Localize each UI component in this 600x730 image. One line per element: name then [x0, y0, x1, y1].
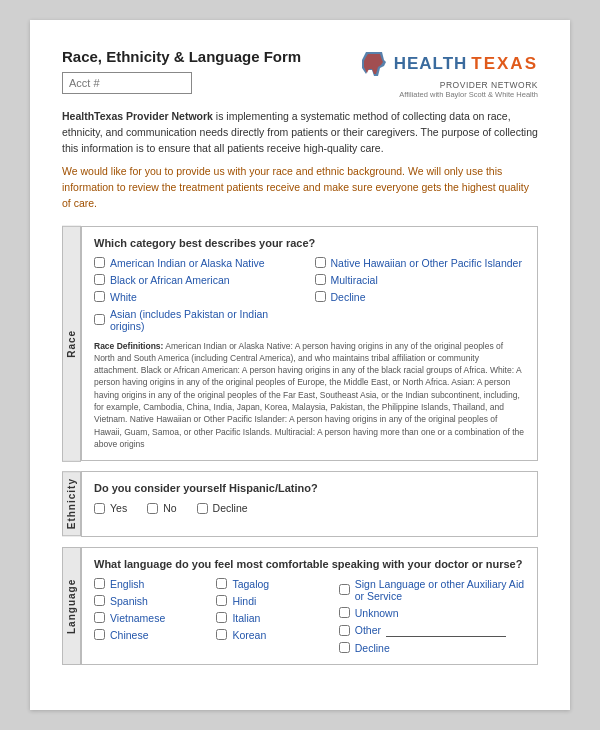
- brand-name: HealthTexas Provider Network: [62, 110, 213, 122]
- ethnicity-decline-checkbox[interactable]: [197, 503, 208, 514]
- lang-chinese-label: Chinese: [110, 629, 149, 641]
- race-col1: American Indian or Alaska Native Black o…: [94, 257, 305, 332]
- lang-sign-label: Sign Language or other Auxiliary Aid or …: [355, 578, 525, 602]
- race-label-1: American Indian or Alaska Native: [110, 257, 265, 269]
- logo-provider-network: PROVIDER NETWORK: [440, 80, 538, 90]
- other-input-line: [386, 624, 506, 637]
- language-grid: English Spanish Vietnamese Chinese: [94, 578, 525, 654]
- ethnicity-options: Yes No Decline: [94, 502, 525, 514]
- race-label-2: Black or African American: [110, 274, 230, 286]
- lang-tagalog: Tagalog: [216, 578, 332, 590]
- race-definitions: Race Definitions: American Indian or Ala…: [94, 340, 525, 451]
- language-box: What language do you feel most comfortab…: [81, 547, 538, 665]
- race-options-grid: American Indian or Alaska Native Black o…: [94, 257, 525, 332]
- lang-vietnamese-label: Vietnamese: [110, 612, 165, 624]
- acct-input[interactable]: [62, 72, 192, 94]
- race-box: Which category best describes your race?…: [81, 226, 538, 462]
- lang-decline-label: Decline: [355, 642, 390, 654]
- lang-col1: English Spanish Vietnamese Chinese: [94, 578, 210, 654]
- ethnicity-box: Do you consider yourself Hispanic/Latino…: [81, 471, 538, 536]
- ethnicity-yes-label: Yes: [110, 502, 127, 514]
- form-title: Race, Ethnicity & Language Form: [62, 48, 301, 65]
- lang-hindi-checkbox[interactable]: [216, 595, 227, 606]
- lang-english: English: [94, 578, 210, 590]
- lang-spanish: Spanish: [94, 595, 210, 607]
- race-option-2: Black or African American: [94, 274, 305, 286]
- lang-decline: Decline: [339, 642, 525, 654]
- lang-sign-checkbox[interactable]: [339, 584, 350, 595]
- ethnicity-no: No: [147, 502, 176, 514]
- lang-vietnamese-checkbox[interactable]: [94, 612, 105, 623]
- lang-hindi-label: Hindi: [232, 595, 256, 607]
- lang-unknown: Unknown: [339, 607, 525, 619]
- intro-text-1: HealthTexas Provider Network is implemen…: [62, 109, 538, 156]
- lang-spanish-checkbox[interactable]: [94, 595, 105, 606]
- lang-tagalog-checkbox[interactable]: [216, 578, 227, 589]
- lang-korean: Korean: [216, 629, 332, 641]
- logo-health-text: HEALTH: [394, 54, 468, 74]
- lang-english-checkbox[interactable]: [94, 578, 105, 589]
- lang-col2: Tagalog Hindi Italian Korean: [216, 578, 332, 654]
- language-question: What language do you feel most comfortab…: [94, 558, 525, 570]
- race-checkbox-5[interactable]: [315, 257, 326, 268]
- race-checkbox-1[interactable]: [94, 257, 105, 268]
- lang-other-checkbox[interactable]: [339, 625, 350, 636]
- lang-unknown-checkbox[interactable]: [339, 607, 350, 618]
- lang-decline-checkbox[interactable]: [339, 642, 350, 653]
- race-label-5: Native Hawaiian or Other Pacific Islande…: [331, 257, 522, 269]
- lang-korean-checkbox[interactable]: [216, 629, 227, 640]
- svg-marker-1: [364, 54, 383, 74]
- race-checkbox-2[interactable]: [94, 274, 105, 285]
- lang-chinese: Chinese: [94, 629, 210, 641]
- lang-vietnamese: Vietnamese: [94, 612, 210, 624]
- ethnicity-yes-checkbox[interactable]: [94, 503, 105, 514]
- logo-texas-text: TEXAS: [471, 54, 538, 74]
- lang-unknown-label: Unknown: [355, 607, 399, 619]
- race-option-1: American Indian or Alaska Native: [94, 257, 305, 269]
- lang-other-label: Other: [355, 624, 506, 637]
- lang-other: Other: [339, 624, 525, 637]
- race-label: Race: [62, 226, 81, 462]
- logo-affiliated: Affiliated with Baylor Scott & White Hea…: [399, 90, 538, 99]
- header-row: Race, Ethnicity & Language Form HEALTHTE…: [62, 48, 538, 99]
- ethnicity-no-label: No: [163, 502, 176, 514]
- healthtexas-icon: [358, 48, 390, 80]
- race-checkbox-4[interactable]: [94, 314, 105, 325]
- logo-area: HEALTHTEXAS PROVIDER NETWORK Affiliated …: [358, 48, 538, 99]
- race-option-3: White: [94, 291, 305, 303]
- ethnicity-no-checkbox[interactable]: [147, 503, 158, 514]
- lang-col3: Sign Language or other Auxiliary Aid or …: [339, 578, 525, 654]
- lang-spanish-label: Spanish: [110, 595, 148, 607]
- race-checkbox-7[interactable]: [315, 291, 326, 302]
- title-acct-area: Race, Ethnicity & Language Form: [62, 48, 301, 94]
- ethnicity-yes: Yes: [94, 502, 127, 514]
- race-label-4: Asian (includes Pakistan or Indian origi…: [110, 308, 305, 332]
- race-def-text: American Indian or Alaska Native: A pers…: [94, 341, 524, 450]
- race-checkbox-6[interactable]: [315, 274, 326, 285]
- ethnicity-decline: Decline: [197, 502, 248, 514]
- race-option-5: Native Hawaiian or Other Pacific Islande…: [315, 257, 526, 269]
- race-option-7: Decline: [315, 291, 526, 303]
- race-option-4: Asian (includes Pakistan or Indian origi…: [94, 308, 305, 332]
- logo-main: HEALTHTEXAS: [358, 48, 538, 80]
- race-label-7: Decline: [331, 291, 366, 303]
- race-section: Race Which category best describes your …: [62, 226, 538, 462]
- race-option-6: Multiracial: [315, 274, 526, 286]
- lang-chinese-checkbox[interactable]: [94, 629, 105, 640]
- lang-italian-checkbox[interactable]: [216, 612, 227, 623]
- race-def-label: Race Definitions:: [94, 341, 163, 351]
- lang-sign-language: Sign Language or other Auxiliary Aid or …: [339, 578, 525, 602]
- lang-tagalog-label: Tagalog: [232, 578, 269, 590]
- race-question: Which category best describes your race?: [94, 237, 525, 249]
- page: Race, Ethnicity & Language Form HEALTHTE…: [30, 20, 570, 710]
- ethnicity-question: Do you consider yourself Hispanic/Latino…: [94, 482, 525, 494]
- race-col2: Native Hawaiian or Other Pacific Islande…: [315, 257, 526, 332]
- race-label-6: Multiracial: [331, 274, 378, 286]
- ethnicity-label: Ethnicity: [62, 471, 81, 536]
- language-label: Language: [62, 547, 81, 665]
- language-section: Language What language do you feel most …: [62, 547, 538, 665]
- lang-english-label: English: [110, 578, 144, 590]
- race-checkbox-3[interactable]: [94, 291, 105, 302]
- intro-text-2: We would like for you to provide us with…: [62, 164, 538, 211]
- lang-korean-label: Korean: [232, 629, 266, 641]
